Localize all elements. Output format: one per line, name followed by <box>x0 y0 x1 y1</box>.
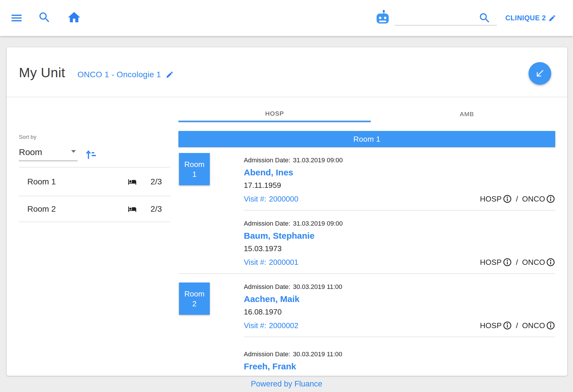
admission-date-label: Admission Date: <box>244 283 290 290</box>
tag-separator: / <box>516 321 518 330</box>
clinic-label: CLINIQUE 2 <box>505 14 546 22</box>
visit-label: Visit #: <box>244 258 266 267</box>
patient-dob: 16.08.1970 <box>244 308 555 316</box>
visit-number-link[interactable]: Visit #:2000002 <box>244 321 298 330</box>
hosp-info-icon[interactable] <box>503 194 512 204</box>
room-group-header: Room 1 <box>178 131 555 147</box>
onco-info-icon[interactable] <box>546 258 555 267</box>
admission-date-label: Admission Date: <box>244 350 290 358</box>
admission-date-label: Admission Date: <box>244 157 290 164</box>
patient-name-link[interactable]: Abend, Ines <box>244 168 555 177</box>
room-tile-label: Room <box>184 289 204 299</box>
patient-name-link[interactable]: Freeh, Frank <box>244 362 555 371</box>
patient-entry: Admission Date:31.03.2019 09:00 Baum, St… <box>244 211 555 273</box>
room-sidebar: Sort by Room Room 1 2/3 <box>19 97 170 222</box>
page-title: My Unit <box>19 65 65 80</box>
room-tile-label: Room <box>184 159 204 169</box>
hosp-info-icon[interactable] <box>503 258 512 267</box>
room-tile-number: 2 <box>192 299 196 309</box>
room-tile-room-1[interactable]: Room 1 <box>179 153 210 185</box>
tab-amb[interactable]: AMB <box>371 106 563 122</box>
patient-entry: Admission Date:30.03.2019 11:00 Aachen, … <box>244 274 555 337</box>
tag-onco: ONCO <box>522 195 545 204</box>
card-header: My Unit ONCO 1 - Oncologie 1 <box>7 47 567 97</box>
sort-by-label: Sort by <box>19 134 170 140</box>
room-tile-room-2[interactable]: Room 2 <box>179 283 210 315</box>
room-group-1: Room 1 Admission Date:31.03.2019 09:00 A… <box>178 147 555 273</box>
onco-info-icon[interactable] <box>546 321 555 330</box>
tag-hosp: HOSP <box>480 321 502 330</box>
clinic-switcher[interactable]: CLINIQUE 2 <box>505 0 556 36</box>
room-name: Room 1 <box>27 177 128 186</box>
tab-hosp[interactable]: HOSP <box>178 106 371 122</box>
tag-hosp: HOSP <box>480 258 502 267</box>
home-icon[interactable] <box>67 10 81 25</box>
hamburger-menu-icon[interactable] <box>10 11 23 25</box>
collapse-fab-button[interactable] <box>529 62 551 85</box>
patient-dob: 17.11.1959 <box>244 181 555 189</box>
visit-tags: HOSP / ONCO <box>480 258 555 267</box>
visit-label: Visit #: <box>244 195 266 203</box>
bed-icon <box>128 177 137 186</box>
visit-label: Visit #: <box>244 321 266 330</box>
admission-date-value: 31.03.2019 09:00 <box>293 157 343 164</box>
sort-field-value: Room <box>19 147 42 157</box>
tag-separator: / <box>516 258 518 267</box>
patient-entry: Admission Date:31.03.2019 09:00 Abend, I… <box>244 147 555 211</box>
room-list: Room 1 2/3 Room 2 2/3 <box>19 167 170 222</box>
visit-number-value: 2000000 <box>269 195 298 203</box>
admission-date-label: Admission Date: <box>244 220 290 227</box>
caret-down-icon <box>71 150 76 153</box>
patient-dob: 15.03.1973 <box>244 245 555 252</box>
room-tile-column: Room 1 <box>178 147 244 273</box>
patient-name-link[interactable]: Baum, Stephanie <box>244 231 555 240</box>
visit-number-link[interactable]: Visit #:2000000 <box>244 195 298 204</box>
bed-icon <box>128 205 137 213</box>
tag-onco: ONCO <box>522 321 545 330</box>
patient-entry: Admission Date:30.03.2019 11:00 Freeh, F… <box>244 337 555 376</box>
admission-date-value: 30.03.2019 11:00 <box>293 283 342 290</box>
my-unit-card: My Unit ONCO 1 - Oncologie 1 Sort by Roo… <box>7 47 567 376</box>
room-group-2: Room 2 Admission Date:30.03.2019 11:00 A… <box>178 274 555 376</box>
room-occupancy: 2/3 <box>148 177 162 186</box>
search-submit-icon[interactable] <box>478 12 491 24</box>
visit-number-value: 2000002 <box>269 321 298 330</box>
edit-unit-pencil-icon[interactable] <box>166 71 174 79</box>
top-app-bar: CLINIQUE 2 <box>0 0 573 36</box>
visit-number-value: 2000001 <box>269 258 298 267</box>
room-tile-number: 1 <box>192 169 196 179</box>
edit-clinic-pencil-icon[interactable] <box>548 14 556 22</box>
room-occupancy: 2/3 <box>148 204 162 214</box>
page-footer: Powered by Fluance <box>0 376 573 392</box>
sort-field-select[interactable]: Room <box>19 147 78 161</box>
unit-selector[interactable]: ONCO 1 - Oncologie 1 <box>77 70 174 79</box>
tag-separator: / <box>516 195 518 204</box>
robot-assistant-icon[interactable] <box>375 9 391 25</box>
room-group-header-label: Room 1 <box>353 135 380 144</box>
room-list-item-room-2[interactable]: Room 2 2/3 <box>19 196 170 222</box>
arrow-down-left-icon <box>535 68 545 79</box>
tab-bar: HOSP AMB <box>178 106 563 122</box>
unit-label: ONCO 1 - Oncologie 1 <box>77 70 161 79</box>
tag-onco: ONCO <box>522 258 545 267</box>
patient-panel: HOSP AMB Room 1 Room 1 Admission Date:31… <box>178 97 563 376</box>
visit-number-link[interactable]: Visit #:2000001 <box>244 258 298 267</box>
hosp-info-icon[interactable] <box>503 321 512 330</box>
search-icon[interactable] <box>38 11 51 24</box>
visit-tags: HOSP / ONCO <box>480 321 555 330</box>
visit-tags: HOSP / ONCO <box>480 194 555 204</box>
admission-date-value: 31.03.2019 09:00 <box>293 220 343 227</box>
admission-date-value: 30.03.2019 11:00 <box>293 350 342 358</box>
patient-name-link[interactable]: Aachen, Maik <box>244 295 555 303</box>
room-list-item-room-1[interactable]: Room 1 2/3 <box>19 167 170 196</box>
onco-info-icon[interactable] <box>546 194 555 204</box>
room-tile-column: Room 2 <box>178 274 244 376</box>
sort-ascending-button[interactable] <box>85 149 96 161</box>
tag-hosp: HOSP <box>480 195 502 204</box>
room-name: Room 2 <box>27 204 128 214</box>
powered-by-link[interactable]: Powered by Fluance <box>251 380 322 389</box>
